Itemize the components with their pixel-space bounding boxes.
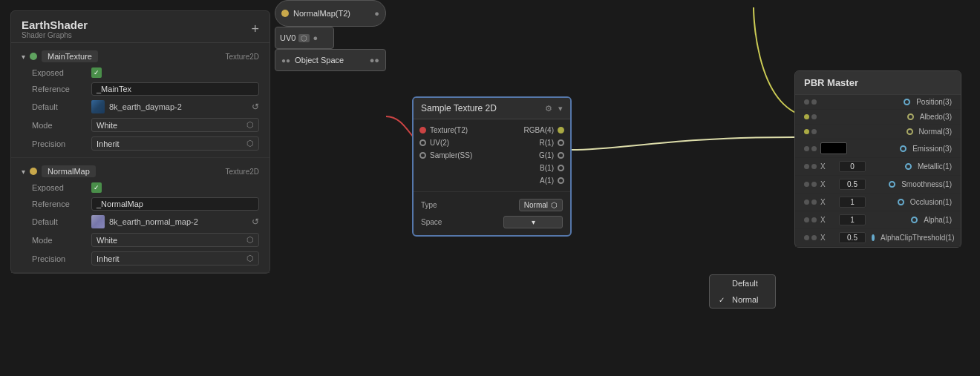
default-row-2: Default 8k_earth_normal_map-2 ↺ xyxy=(11,213,270,231)
pbr-master-title: PBR Master xyxy=(804,77,858,88)
node-pbr-master: PBR Master Position(3) Albedo(3) xyxy=(794,70,961,248)
port-g1: G(1) xyxy=(498,149,565,162)
space-field-row: Space ▾ xyxy=(421,214,563,231)
smoothness-x-label: X xyxy=(820,180,835,188)
chevron-normalmap[interactable]: ▾ xyxy=(22,168,25,176)
node-uv0[interactable]: UV0 ⬡ ● xyxy=(275,27,334,49)
maintexture-label: MainTexture xyxy=(42,50,98,62)
pbr-label-smoothness: Smoothness(1) xyxy=(901,180,952,188)
pbr-dots-albedo xyxy=(804,114,817,119)
dropdown-normal[interactable]: ✓ Normal xyxy=(710,291,775,308)
port-label-sampler: Sampler(SS) xyxy=(430,151,472,159)
emission-color-swatch[interactable] xyxy=(820,142,847,154)
port-a1: A(1) xyxy=(498,174,565,187)
normalmap-t2-label: NormalMap(T2) xyxy=(293,9,350,18)
wire-rgba-pbr xyxy=(572,137,794,150)
exposed-check-2[interactable]: ✓ xyxy=(91,182,102,193)
normalmap-label: NormalMap xyxy=(42,165,96,177)
node-object-space[interactable]: ●● Object Space ●● xyxy=(275,49,386,71)
exposed-row-2: Exposed ✓ xyxy=(11,180,270,195)
sample-texture-title: Sample Texture 2D xyxy=(421,103,497,113)
reference-input-2[interactable]: _NormalMap xyxy=(91,197,259,211)
type-select-arrow: ⬡ xyxy=(551,201,558,209)
section-left-2: ▾ NormalMap xyxy=(22,165,96,177)
panel-header: EarthShader Shader Graphs + xyxy=(11,11,270,43)
sample-texture-bottom: Type Normal ⬡ Space ▾ xyxy=(414,191,570,235)
chevron-down-icon[interactable]: ▾ xyxy=(558,104,563,113)
precision-select-arrow-2: ⬡ xyxy=(246,254,254,263)
pbr-dots-alpha xyxy=(804,217,817,222)
pbr-port-albedo: Albedo(3) xyxy=(795,110,961,125)
port-texture-t2: Texture(T2) xyxy=(419,124,486,136)
panel-subtitle: Shader Graphs xyxy=(22,31,88,39)
panel-title: EarthShader xyxy=(22,19,88,31)
dropdown-default[interactable]: Default xyxy=(710,275,775,291)
port-b1: B(1) xyxy=(498,162,565,174)
port-label-rgba: RGBA(4) xyxy=(523,126,554,134)
alpha-x-label: X xyxy=(820,216,835,224)
panel-title-area: EarthShader Shader Graphs xyxy=(22,19,88,39)
port-sampler-ss: Sampler(SS) xyxy=(419,149,486,162)
port-label-g: G(1) xyxy=(539,151,554,159)
reference-input-1[interactable]: _MainTex xyxy=(91,82,259,96)
pbr-dots-position xyxy=(804,99,817,105)
precision-select-2[interactable]: Inherit ⬡ xyxy=(91,251,259,265)
pbr-label-position: Position(3) xyxy=(916,98,952,106)
sample-texture-ports: Texture(T2) UV(2) Sampler(SS) RGBA(4) R(… xyxy=(414,119,570,191)
pbr-port-alphaclip: X 0.5 AlphaClipThreshold(1) xyxy=(795,229,961,247)
img-name-1: 8k_earth_daymap-2 xyxy=(109,102,182,111)
pbr-port-normal: Normal(3) xyxy=(795,125,961,139)
precision-select-1[interactable]: Inherit ⬡ xyxy=(91,136,259,151)
uv0-port: ● xyxy=(313,33,318,42)
mode-select-arrow-2: ⬡ xyxy=(246,235,254,245)
smoothness-input[interactable]: 0.5 xyxy=(839,179,866,190)
alphaclip-input[interactable]: 0.5 xyxy=(839,232,866,243)
occlusion-x-label: X xyxy=(820,198,835,206)
refresh-icon-1[interactable]: ↺ xyxy=(252,102,259,112)
port-dot-sampler xyxy=(419,152,426,159)
type-value: Normal xyxy=(524,201,548,209)
object-space-dots-right: ●● xyxy=(370,56,379,65)
img-thumb-1 xyxy=(91,100,105,113)
occlusion-input[interactable]: 1 xyxy=(839,197,866,208)
object-space-dots-left: ●● xyxy=(281,56,290,65)
add-button[interactable]: + xyxy=(251,22,259,36)
pbr-left-normal xyxy=(804,129,901,134)
node-normalmap-t2[interactable]: NormalMap(T2) ● xyxy=(275,0,386,27)
pbr-left-emission xyxy=(804,142,894,154)
pbr-label-alpha: Alpha(1) xyxy=(924,216,952,224)
pbr-right-dot-metallic xyxy=(905,163,912,170)
space-dropdown: Default ✓ Normal xyxy=(709,274,776,309)
type-field-select[interactable]: Normal ⬡ xyxy=(519,199,563,211)
alphaclip-x-label: X xyxy=(820,234,835,242)
pbr-label-occlusion: Occlusion(1) xyxy=(910,198,952,206)
chevron-maintexture[interactable]: ▾ xyxy=(22,53,25,61)
port-dot-b xyxy=(558,165,564,171)
mode-select-2[interactable]: White ⬡ xyxy=(91,233,259,247)
reference-label-2: Reference xyxy=(32,199,85,208)
space-field-select[interactable]: ▾ xyxy=(503,216,563,228)
pbr-label-normal: Normal(3) xyxy=(919,128,952,136)
pbr-right-dot-emission xyxy=(900,145,906,152)
port-dot-texture xyxy=(419,127,426,133)
precision-select-arrow-1: ⬡ xyxy=(246,139,254,148)
metallic-input[interactable]: 0 xyxy=(839,161,866,172)
normalmap-type: Texture2D xyxy=(225,168,259,176)
normalmap-t2-dot xyxy=(281,10,289,17)
pbr-dots-alphaclip xyxy=(804,235,817,240)
gear-icon[interactable]: ⚙ xyxy=(545,104,552,113)
mode-row-1: Mode White ⬡ xyxy=(11,116,270,134)
pbr-master-header: PBR Master xyxy=(795,71,961,95)
default-label-1: Default xyxy=(32,102,85,111)
pbr-port-metallic: X 0 Metallic(1) xyxy=(795,158,961,176)
port-label-uv: UV(2) xyxy=(430,139,449,147)
mode-select-1[interactable]: White ⬡ xyxy=(91,118,259,132)
alpha-input[interactable]: 1 xyxy=(839,214,866,225)
pbr-left-position xyxy=(804,99,898,105)
refresh-icon-2[interactable]: ↺ xyxy=(252,217,259,227)
section-normalmap: ▾ NormalMap Texture2D Exposed ✓ Referenc… xyxy=(11,158,270,273)
exposed-check-1[interactable]: ✓ xyxy=(91,67,102,78)
maintexture-type: Texture2D xyxy=(225,53,259,61)
pbr-port-smoothness: X 0.5 Smoothness(1) xyxy=(795,176,961,194)
reference-row-1: Reference _MainTex xyxy=(11,80,270,98)
